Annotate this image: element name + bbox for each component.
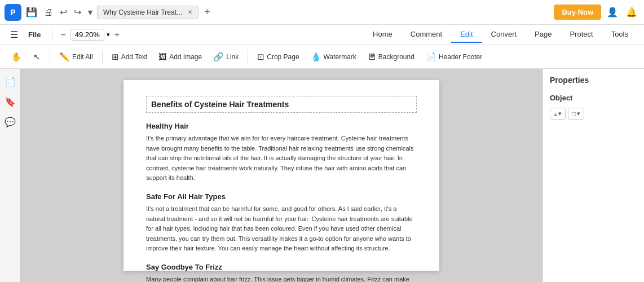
hand-icon: ✋ bbox=[11, 52, 22, 62]
section-3: Say Goodbye To Frizz Many people complai… bbox=[146, 263, 417, 282]
section-3-heading: Say Goodbye To Frizz bbox=[146, 263, 417, 271]
add-image-btn[interactable]: 🖼 Add Image bbox=[154, 50, 206, 64]
panel-tool-2-icon: □ bbox=[572, 111, 576, 117]
section-2: Safe For All Hair Types It's not a treat… bbox=[146, 192, 417, 254]
background-icon: 🖹 bbox=[368, 52, 376, 61]
header-footer-label: Header Footer bbox=[439, 53, 482, 61]
panel-object-label: Object bbox=[550, 94, 637, 102]
edit-all-icon: ✏️ bbox=[59, 52, 70, 62]
tab-page[interactable]: Page bbox=[526, 27, 561, 43]
hamburger-menu[interactable]: ☰ bbox=[7, 27, 21, 42]
main-area: 📄 🔖 💬 Benefits of Cysteine Hair Treatmen… bbox=[0, 69, 644, 282]
zoom-out-btn[interactable]: − bbox=[58, 29, 68, 41]
top-right-icons: Buy Now 👤 🔔 bbox=[554, 5, 639, 20]
panel-tool-1-icon: ≡ bbox=[554, 111, 557, 117]
tab-tools[interactable]: Tools bbox=[602, 27, 637, 43]
section-1-heading: Healthy Hair bbox=[146, 122, 417, 130]
zoom-controls: − 49.20% ▾ + bbox=[58, 29, 122, 41]
link-btn[interactable]: 🔗 Link bbox=[209, 50, 243, 64]
tab-title: Why Cysteine Hair Treat... bbox=[103, 8, 182, 16]
select-tool-btn[interactable]: ↖ bbox=[29, 50, 45, 64]
panel-tool-2-arrow: ▾ bbox=[577, 110, 580, 117]
divider bbox=[52, 29, 52, 41]
document-title: Benefits of Cysteine Hair Treatments bbox=[146, 96, 417, 113]
menu-bar: ☰ File − 49.20% ▾ + Home Comment Edit Co… bbox=[0, 25, 644, 45]
crop-icon: ⊡ bbox=[257, 52, 264, 62]
section-2-heading: Safe For All Hair Types bbox=[146, 192, 417, 201]
zoom-dropdown-icon[interactable]: ▾ bbox=[107, 31, 110, 38]
crop-page-btn[interactable]: ⊡ Crop Page bbox=[253, 50, 303, 64]
document-page: Benefits of Cysteine Hair Treatments Hea… bbox=[123, 80, 439, 271]
watermark-icon: 💧 bbox=[311, 52, 321, 62]
edit-toolbar: ✋ ↖ ✏️ Edit All ⊞ Add Text 🖼 Add Image 🔗… bbox=[0, 45, 644, 69]
header-footer-btn[interactable]: 📄 Header Footer bbox=[421, 50, 487, 64]
sidebar-bookmark-icon[interactable]: 🔖 bbox=[2, 94, 18, 109]
save-icon-btn[interactable]: 💾 bbox=[24, 5, 39, 20]
new-tab-btn[interactable]: + bbox=[201, 5, 214, 19]
right-panel: Properties Object ≡ ▾ □ ▾ bbox=[542, 69, 644, 282]
user-icon-btn[interactable]: 👤 bbox=[605, 5, 620, 20]
zoom-value[interactable]: 49.20% bbox=[70, 29, 104, 41]
link-icon: 🔗 bbox=[213, 52, 224, 62]
background-btn[interactable]: 🖹 Background bbox=[363, 50, 419, 64]
add-text-label: Add Text bbox=[121, 53, 147, 61]
edit-all-btn[interactable]: ✏️ Edit All bbox=[55, 50, 98, 64]
watermark-btn[interactable]: 💧 Watermark bbox=[306, 50, 361, 64]
section-3-text: Many people complain about hair frizz. T… bbox=[146, 275, 417, 282]
dropdown-icon-btn[interactable]: ▾ bbox=[86, 5, 95, 20]
panel-tool-1-arrow: ▾ bbox=[558, 110, 562, 117]
notification-icon-btn[interactable]: 🔔 bbox=[624, 5, 639, 20]
hand-tool-btn[interactable]: ✋ bbox=[7, 50, 27, 64]
separator2 bbox=[102, 50, 103, 64]
window-tab[interactable]: Why Cysteine Hair Treat... ✕ bbox=[97, 6, 199, 19]
add-text-icon: ⊞ bbox=[112, 52, 119, 62]
edit-all-label: Edit All bbox=[72, 53, 93, 61]
header-footer-icon: 📄 bbox=[426, 52, 436, 62]
tab-edit[interactable]: Edit bbox=[451, 27, 482, 43]
separator bbox=[50, 50, 50, 64]
add-text-btn[interactable]: ⊞ Add Text bbox=[107, 50, 152, 64]
document-area[interactable]: Benefits of Cysteine Hair Treatments Hea… bbox=[20, 69, 542, 282]
redo-icon-btn[interactable]: ↪ bbox=[72, 5, 83, 20]
tab-protect[interactable]: Protect bbox=[561, 27, 602, 43]
section-1: Healthy Hair It's the primary advantage … bbox=[146, 122, 417, 183]
left-sidebar: 📄 🔖 💬 bbox=[0, 69, 20, 282]
print-icon-btn[interactable]: 🖨 bbox=[42, 5, 55, 20]
section-2-text: It's not a treatment that can be harmful… bbox=[146, 204, 417, 254]
nav-tabs: Home Comment Edit Convert Page Protect T… bbox=[364, 27, 637, 43]
buy-now-button[interactable]: Buy Now bbox=[554, 5, 601, 20]
panel-tool-btn-1[interactable]: ≡ ▾ bbox=[550, 108, 566, 120]
link-label: Link bbox=[226, 53, 239, 61]
watermark-label: Watermark bbox=[324, 53, 356, 61]
panel-tools: ≡ ▾ □ ▾ bbox=[550, 108, 637, 120]
separator3 bbox=[248, 50, 248, 64]
background-label: Background bbox=[378, 53, 414, 61]
app-logo: P bbox=[5, 4, 21, 21]
sidebar-thumbnail-icon[interactable]: 📄 bbox=[2, 73, 18, 89]
tab-convert[interactable]: Convert bbox=[482, 27, 526, 43]
add-image-label: Add Image bbox=[169, 53, 202, 61]
section-1-text: It's the primary advantage that we aim f… bbox=[146, 134, 417, 183]
tab-close-btn[interactable]: ✕ bbox=[188, 9, 192, 15]
tab-comment[interactable]: Comment bbox=[402, 27, 451, 43]
zoom-in-btn[interactable]: + bbox=[112, 29, 122, 41]
panel-tool-btn-2[interactable]: □ ▾ bbox=[568, 108, 584, 120]
add-image-icon: 🖼 bbox=[158, 52, 167, 61]
cursor-icon: ↖ bbox=[33, 52, 41, 62]
tab-area: Why Cysteine Hair Treat... ✕ + bbox=[97, 5, 552, 19]
panel-title: Properties bbox=[550, 76, 637, 85]
sidebar-comment-icon[interactable]: 💬 bbox=[2, 114, 18, 130]
crop-page-label: Crop Page bbox=[267, 53, 299, 61]
undo-icon-btn[interactable]: ↩ bbox=[58, 5, 69, 20]
file-menu[interactable]: File bbox=[23, 28, 46, 41]
top-bar: P 💾 🖨 ↩ ↪ ▾ Why Cysteine Hair Treat... ✕… bbox=[0, 0, 644, 25]
tab-home[interactable]: Home bbox=[364, 27, 402, 43]
